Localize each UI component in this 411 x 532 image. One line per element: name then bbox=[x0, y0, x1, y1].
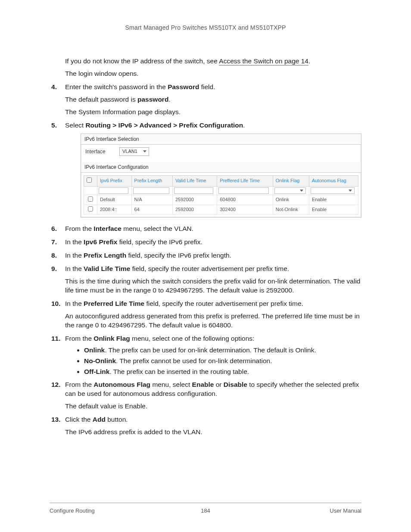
text: In the bbox=[65, 238, 84, 246]
prefix-length-input[interactable] bbox=[133, 187, 169, 194]
col-autonomous-flag: Autonomus Flag bbox=[309, 175, 358, 186]
col-ipv6-prefix: Ipv6 Prefix bbox=[97, 175, 132, 186]
text-bold: Routing > IPv6 > Advanced > Prefix Confi… bbox=[85, 121, 243, 129]
table-row: Default N/A 2592000 604800 Onlink Enable bbox=[84, 195, 358, 205]
footer-left: Configure Routing bbox=[50, 507, 95, 514]
config-table: Ipv6 Prefix Prefix Length Valid Life Tim… bbox=[84, 175, 358, 215]
text: The default value is Enable. bbox=[65, 402, 361, 411]
step-5: Select Routing > IPv6 > Advanced > Prefi… bbox=[50, 121, 361, 218]
interface-select-value: VLAN1 bbox=[120, 148, 141, 155]
text: From the bbox=[65, 225, 93, 232]
step-13: Click the Add button. The IPv6 address p… bbox=[50, 415, 361, 437]
intro-line-2: The login window opens. bbox=[65, 69, 361, 78]
panel-section-title-2: IPv6 Interface Configuration bbox=[81, 162, 361, 173]
text: menu, select bbox=[150, 381, 192, 388]
text-bold: Interface bbox=[93, 225, 121, 232]
text: field. bbox=[199, 83, 215, 90]
text: Click the bbox=[65, 416, 93, 423]
step-9: In the Valid Life Time field, specify th… bbox=[50, 264, 361, 295]
text-bold: Valid Life Time bbox=[84, 265, 130, 272]
step-8: In the Prefix Length field, specify the … bbox=[50, 251, 361, 260]
text-bold: Onlink bbox=[84, 346, 105, 354]
text: An autoconfigured address generated from… bbox=[65, 312, 361, 330]
access-switch-link[interactable]: Access the Switch on page 14 bbox=[219, 57, 308, 65]
text-bold: Off-Link bbox=[84, 368, 109, 375]
text: menu, select the VLAN. bbox=[121, 225, 193, 232]
text: In the bbox=[65, 300, 84, 307]
preferred-life-time-input[interactable] bbox=[218, 187, 268, 194]
text-bold: No-Onlink bbox=[84, 357, 116, 364]
text: . The prefix can be inserted in the rout… bbox=[109, 368, 249, 375]
step-12: From the Autonomous Flag menu, select En… bbox=[50, 380, 361, 411]
text: In the bbox=[65, 265, 84, 272]
footer-page-number: 184 bbox=[201, 507, 210, 514]
cell: 64 bbox=[131, 205, 172, 215]
onlink-flag-select[interactable] bbox=[274, 187, 306, 194]
step-4: Enter the switch's password in the Passw… bbox=[50, 83, 361, 117]
text: In the bbox=[65, 252, 84, 259]
text: . bbox=[168, 96, 170, 103]
text: field, specify the IPv6 prefix. bbox=[118, 238, 202, 246]
text-bold: Password bbox=[168, 83, 199, 90]
cell: 2592000 bbox=[172, 195, 217, 205]
col-preferred-life-time: Preffered Life Time bbox=[217, 175, 273, 186]
list-item: Off-Link. The prefix can be inserted in … bbox=[84, 367, 361, 376]
footer-right: User Manual bbox=[330, 507, 361, 514]
text: From the bbox=[65, 381, 93, 388]
intro-text-a: If you do not know the IP address of the… bbox=[65, 57, 219, 65]
text: Select bbox=[65, 121, 85, 129]
col-prefix-length: Prefix Length bbox=[131, 175, 172, 186]
autonomous-flag-select[interactable] bbox=[311, 187, 355, 194]
text-bold: Enable bbox=[192, 381, 214, 388]
step-7: In the Ipv6 Prefix field, specify the IP… bbox=[50, 238, 361, 247]
cell: 2008:4:: bbox=[97, 205, 132, 215]
select-all-checkbox[interactable] bbox=[87, 177, 92, 183]
text: field, specify the router advertisement … bbox=[144, 300, 303, 307]
text: or bbox=[214, 381, 223, 388]
text: button. bbox=[106, 416, 128, 423]
cell: N/A bbox=[131, 195, 172, 205]
cell: Not-Onlink bbox=[273, 205, 309, 215]
interface-select[interactable]: VLAN1 bbox=[119, 147, 149, 156]
header-checkbox-cell bbox=[84, 175, 97, 186]
interface-label: Interface bbox=[85, 148, 109, 155]
cell: Enable bbox=[309, 195, 358, 205]
chevron-down-icon bbox=[143, 150, 146, 152]
text: This is the time during which the switch… bbox=[65, 277, 361, 295]
intro-text-b: . bbox=[308, 57, 310, 65]
text-bold: Preferred Life Time bbox=[84, 300, 144, 307]
text-bold: password bbox=[137, 96, 168, 103]
row-checkbox[interactable] bbox=[88, 206, 93, 212]
text: . The prefix can be used for on-link det… bbox=[105, 346, 316, 354]
text: . The prefix cannot be used for on-link … bbox=[116, 357, 272, 364]
page-header: Smart Managed Pro Switches MS510TX and M… bbox=[50, 24, 361, 31]
list-item: Onlink. The prefix can be used for on-li… bbox=[84, 346, 361, 355]
onlink-options: Onlink. The prefix can be used for on-li… bbox=[65, 346, 361, 376]
panel-section-title-1: IPv6 Interface Selection bbox=[81, 134, 361, 145]
cell: 604800 bbox=[217, 195, 273, 205]
text-bold: Prefix Length bbox=[84, 252, 126, 259]
text: The default password is bbox=[65, 96, 137, 103]
text: The System Information page displays. bbox=[65, 108, 361, 117]
step-11: From the Onlink Flag menu, select one of… bbox=[50, 334, 361, 376]
text-bold: Disable bbox=[224, 381, 247, 388]
cell: Default bbox=[97, 195, 132, 205]
valid-life-time-input[interactable] bbox=[174, 187, 213, 194]
text-bold: Ipv6 Prefix bbox=[84, 238, 117, 246]
intro-line-1: If you do not know the IP address of the… bbox=[65, 57, 361, 66]
text-bold: Autonomous Flag bbox=[93, 381, 150, 388]
text: . bbox=[243, 121, 245, 129]
text: field, specify the IPv6 prefix length. bbox=[126, 252, 231, 259]
text: From the bbox=[65, 335, 93, 342]
text: menu, select one of the following option… bbox=[130, 335, 255, 342]
config-panel: IPv6 Interface Selection Interface VLAN1… bbox=[81, 134, 361, 218]
text-bold: Add bbox=[93, 416, 106, 423]
col-onlink-flag: Onlink Flag bbox=[273, 175, 309, 186]
ipv6-prefix-input[interactable] bbox=[99, 187, 128, 194]
cell: 302400 bbox=[217, 205, 273, 215]
list-item: No-Onlink. The prefix cannot be used for… bbox=[84, 357, 361, 366]
content: If you do not know the IP address of the… bbox=[50, 57, 361, 437]
text: field, specify the router advertisement … bbox=[130, 265, 289, 272]
col-valid-life-time: Valid Life Time bbox=[172, 175, 217, 186]
row-checkbox[interactable] bbox=[88, 196, 93, 202]
